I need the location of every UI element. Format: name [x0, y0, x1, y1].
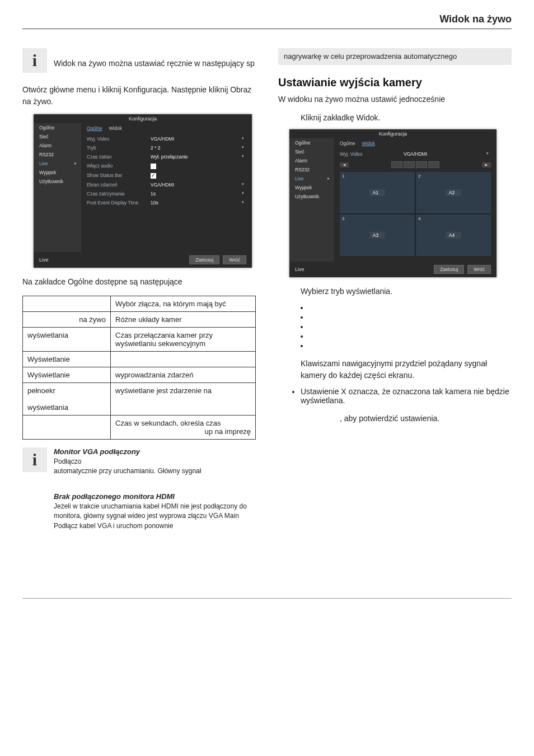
sidebar-item-uzytkownik[interactable]: Użytkownik [34, 177, 81, 186]
camera-cell-2[interactable]: 2A2 [416, 172, 491, 213]
steps-list: Kliknij zakładkę Widok. [278, 112, 512, 124]
sidebar-item-wyjatek[interactable]: Wyjątek [34, 168, 81, 177]
sidebar-item-rs232[interactable]: RS232 [289, 165, 334, 174]
nvr-body: Ogólne Sieć Alarm RS232 Live Wyjątek Uży… [289, 138, 496, 262]
steps-list: Klawiszami nawigacyjnymi przydziel pożąd… [278, 358, 512, 381]
layout-icon[interactable] [404, 161, 415, 168]
layout-icons[interactable] [391, 160, 439, 170]
nvr-tabs: Ogólne Widok [340, 138, 491, 150]
table-cell: wyświetlania [23, 328, 111, 352]
camera-cell-1[interactable]: 1A1 [340, 172, 415, 213]
table-cell: pełnoekrwyświetlania [23, 383, 111, 416]
table-cell: Wybór złącza, na którym mają być [111, 296, 256, 312]
nvr-checkbox[interactable] [148, 162, 246, 170]
back-button[interactable]: Wróć [467, 265, 491, 274]
nvr-dropdown[interactable]: VGA/HDMI [148, 136, 246, 142]
page: Widok na żywo i Widok na żywo można usta… [0, 0, 534, 615]
page-title: Widok na żywo [439, 13, 512, 25]
sidebar-item-wyjatek[interactable]: Wyjątek [289, 183, 334, 192]
apply-button[interactable]: Zastosuj [434, 265, 464, 274]
table-cell: Różne układy kamer [111, 312, 256, 328]
table-row: wyświetlaniaCzas przełączania kamer przy… [23, 328, 256, 352]
note-title: Monitor VGA podłączony [54, 447, 256, 456]
sidebar-item-ogolne[interactable]: Ogólne [289, 138, 334, 147]
apply-button[interactable]: Zastosuj [189, 255, 219, 264]
left-column: i Widok na żywo można ustawiać ręcznie w… [22, 48, 256, 542]
sidebar-item-rs232[interactable]: RS232 [34, 150, 81, 159]
section-sub: W widoku na żywo można ustawić jednocześ… [278, 94, 512, 105]
nvr-label: Wyj. Video [87, 136, 148, 142]
camera-grid: 1A1 2A2 3A3 4A4 [340, 172, 491, 256]
options-table: Wybór złącza, na którym mają być na żywo… [22, 296, 256, 440]
sidebar-item-alarm[interactable]: Alarm [289, 156, 334, 165]
pager-next[interactable]: ► [482, 162, 491, 167]
step-item: Kliknij zakładkę Widok. [301, 112, 512, 124]
camera-cell-3[interactable]: 3A3 [340, 214, 415, 256]
nvr-dropdown[interactable]: 2 * 2 [148, 144, 246, 151]
confirm-text: , aby potwierdzić ustawienia. [340, 414, 512, 423]
info-icon: i [22, 48, 47, 73]
layout-icon[interactable] [428, 161, 439, 168]
nvr-dropdown[interactable]: 1s [148, 190, 246, 197]
sidebar-item-live[interactable]: Live [34, 159, 81, 168]
info-text: Widok na żywo można ustawiać ręcznie w n… [54, 48, 255, 69]
steps-list: Wybierz tryb wyświetlania. [278, 286, 512, 297]
nvr-label: Włącz audio [87, 163, 148, 169]
tab-ogolne[interactable]: Ogólne [340, 141, 355, 146]
table-caption: Na zakładce Ogólne dostępne są następują… [22, 276, 256, 288]
table-cell: wyświetlane jest zdarzenie na [111, 383, 256, 416]
column-layout: i Widok na żywo można ustawiać ręcznie w… [22, 48, 512, 542]
nvr-dropdown[interactable]: 10s [148, 199, 246, 206]
info-box-2: i Monitor VGA podłączony Podłączo automa… [22, 447, 256, 531]
table-row: Wyświetlanie [23, 352, 256, 367]
table-row: Wyświetlaniewyprowadzania zdarzeń [23, 367, 256, 383]
nvr-main: Ogólne Widok Wyj. VideoVGA/HDMI Tryb2 * … [81, 123, 252, 252]
nvr-label: Tryb [87, 145, 148, 151]
list-item [309, 341, 512, 349]
table-cell [23, 296, 111, 312]
list-item: Ustawienie X oznacza, że oznaczona tak k… [301, 387, 512, 405]
table-cell: Czas w sekundach, określa czasup na impr… [111, 416, 256, 440]
tab-widok[interactable]: Widok [362, 141, 375, 146]
table-cell [111, 352, 256, 367]
camera-cell-4[interactable]: 4A4 [416, 214, 491, 256]
nvr-dropdown[interactable]: VGA/HDMI [148, 181, 246, 188]
info-box: i Widok na żywo można ustawiać ręcznie w… [22, 48, 256, 73]
nvr-dropdown[interactable]: VGA/HDMI [401, 151, 491, 157]
note-body: Jeżeli w trakcie uruchamiania kabel HDMI… [54, 502, 256, 531]
step-item: Klawiszami nawigacyjnymi przydziel pożąd… [301, 358, 512, 381]
table-row: na żywoRóżne układy kamer [23, 312, 256, 328]
list-item [309, 303, 512, 311]
table-cell [23, 416, 111, 440]
table-row: pełnoekrwyświetlaniawyświetlane jest zda… [23, 383, 256, 416]
nvr-sidebar: Ogólne Sieć Alarm RS232 Live Wyjątek Uży… [289, 138, 334, 262]
bullet-list [278, 303, 512, 349]
sidebar-item-live[interactable]: Live [289, 174, 334, 183]
tab-ogolne[interactable]: Ogólne [87, 125, 102, 131]
info-icon: i [22, 447, 47, 472]
layout-icon[interactable] [391, 161, 402, 168]
note-title: Brak podłączonego monitora HDMI [54, 492, 256, 501]
gray-note: nagrywarkę w celu przeprowadzenia automa… [278, 48, 512, 65]
nvr-checkbox[interactable] [148, 172, 246, 179]
sidebar-item-alarm[interactable]: Alarm [34, 141, 81, 150]
back-button[interactable]: Wróć [223, 255, 246, 264]
nvr-label: Post Event Display Time [87, 200, 148, 206]
nvr-title: Konfiguracja [34, 114, 252, 123]
sidebar-item-ogolne[interactable]: Ogólne [34, 123, 81, 132]
list-item [309, 322, 512, 330]
nvr-label: Czas zatrzymania [87, 191, 148, 197]
tab-widok[interactable]: Widok [109, 125, 122, 131]
layout-icon[interactable] [416, 161, 427, 168]
sidebar-item-uzytkownik[interactable]: Użytkownik [289, 192, 334, 201]
table-cell: na żywo [23, 312, 111, 328]
sidebar-item-siec[interactable]: Sieć [34, 132, 81, 141]
sidebar-item-siec[interactable]: Sieć [289, 147, 334, 156]
table-cell: wyprowadzania zdarzeń [111, 367, 256, 383]
bullet-list: Ustawienie X oznacza, że oznaczona tak k… [278, 387, 512, 405]
nvr-dropdown[interactable]: Wył. przełączanie [148, 153, 246, 160]
list-item [309, 332, 512, 339]
nvr-label: Show Status Bar [87, 172, 148, 178]
list-item [309, 312, 512, 320]
pager-prev[interactable]: ◄ [340, 162, 349, 167]
